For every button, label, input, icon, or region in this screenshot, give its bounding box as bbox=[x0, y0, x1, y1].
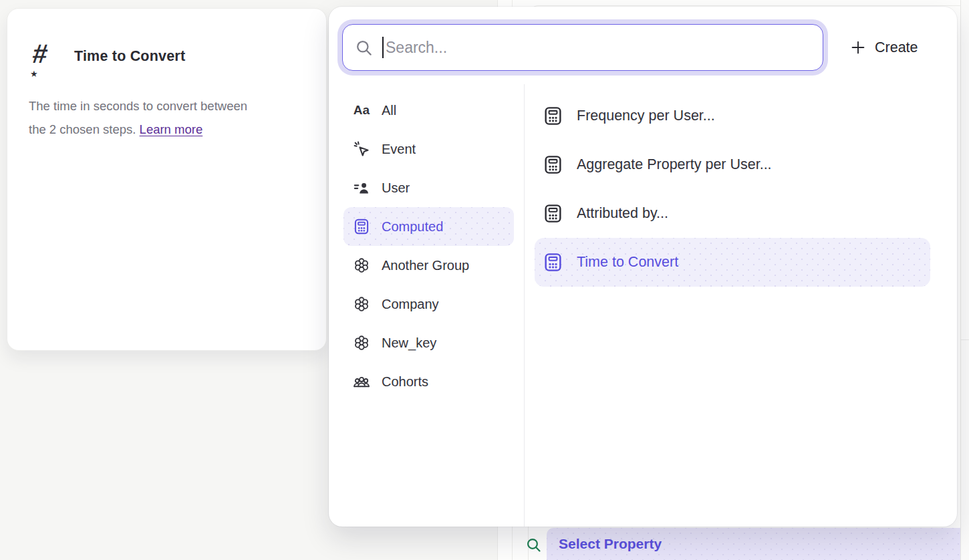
column-divider bbox=[524, 84, 525, 527]
calculator-icon bbox=[543, 203, 563, 224]
tooltip-description: The time in seconds to convert between t… bbox=[29, 94, 309, 141]
search-icon bbox=[355, 39, 373, 57]
cursor-click-icon bbox=[352, 140, 371, 158]
result-attributed-by[interactable]: Attributed by... bbox=[535, 189, 930, 238]
text-format-icon: Aa bbox=[352, 101, 371, 120]
property-tooltip-card: # ★ Time to Convert The time in seconds … bbox=[7, 8, 327, 351]
category-user[interactable]: User bbox=[343, 168, 514, 207]
background-right-divider bbox=[961, 339, 969, 340]
result-time-to-convert[interactable]: Time to Convert bbox=[535, 238, 930, 287]
select-property-label: Select Property bbox=[559, 536, 662, 552]
calculator-icon bbox=[352, 217, 371, 236]
category-list: Aa All Event User Computed Another Group… bbox=[343, 91, 514, 401]
background-right-panel bbox=[960, 0, 969, 560]
user-list-icon bbox=[352, 178, 371, 197]
people-icon bbox=[352, 372, 371, 391]
category-company[interactable]: Company bbox=[343, 285, 514, 323]
search-field[interactable] bbox=[342, 24, 823, 71]
select-property-button[interactable]: Select Property bbox=[547, 528, 960, 560]
result-frequency-per-user[interactable]: Frequency per User... bbox=[535, 92, 930, 140]
calculator-icon bbox=[543, 252, 563, 273]
number-hash-icon: # ★ bbox=[33, 38, 65, 74]
category-event[interactable]: Event bbox=[343, 130, 514, 168]
category-new-key[interactable]: New_key bbox=[343, 323, 514, 362]
group-cluster-icon bbox=[352, 333, 371, 352]
group-cluster-icon bbox=[352, 256, 371, 275]
category-computed[interactable]: Computed bbox=[343, 207, 514, 246]
calculator-icon bbox=[543, 106, 563, 126]
result-list: Frequency per User... Aggregate Property… bbox=[535, 92, 930, 287]
text-caret bbox=[382, 37, 384, 58]
calculator-icon bbox=[543, 154, 563, 175]
search-input[interactable] bbox=[386, 39, 811, 57]
category-all[interactable]: Aa All bbox=[343, 91, 514, 130]
search-icon bbox=[525, 537, 542, 553]
category-another-group[interactable]: Another Group bbox=[343, 246, 514, 285]
property-picker-popup: Create Aa All Event User Computed Anothe… bbox=[329, 7, 957, 527]
learn-more-link[interactable]: Learn more bbox=[140, 122, 203, 136]
category-cohorts[interactable]: Cohorts bbox=[343, 362, 514, 401]
result-aggregate-property-per-user[interactable]: Aggregate Property per User... bbox=[535, 140, 930, 189]
screen: Select Property # ★ Time to Convert The … bbox=[0, 0, 969, 560]
tooltip-title: Time to Convert bbox=[74, 48, 185, 65]
create-label: Create bbox=[875, 39, 918, 56]
plus-icon bbox=[850, 39, 866, 55]
group-cluster-icon bbox=[352, 295, 371, 313]
create-button[interactable]: Create bbox=[850, 24, 918, 71]
